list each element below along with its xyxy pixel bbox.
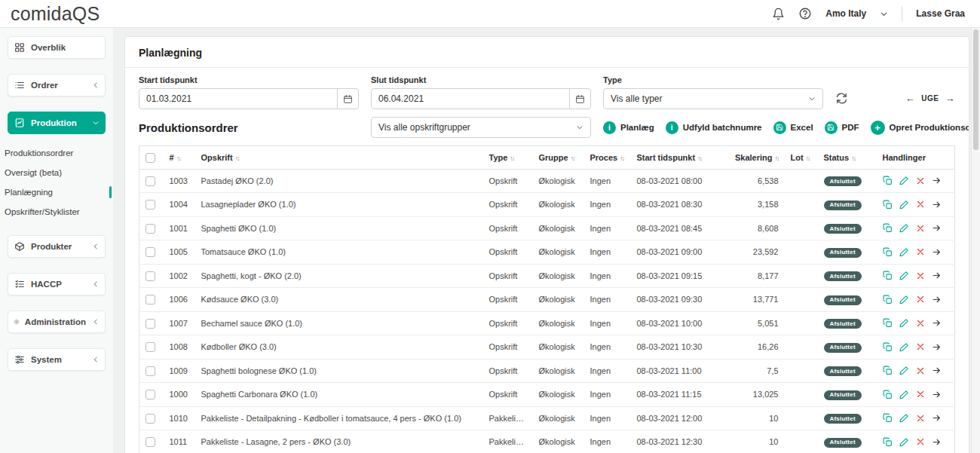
user-menu[interactable]: Lasse Graa [916,8,965,19]
open-arrow-icon[interactable] [932,318,942,328]
next-week-arrow-icon[interactable]: → [945,93,956,104]
help-icon[interactable] [798,7,812,20]
copy-icon[interactable] [883,247,893,257]
delete-x-icon[interactable] [916,295,925,304]
delete-x-icon[interactable] [916,176,925,185]
col-proces[interactable]: Proces [590,153,618,162]
sort-icon[interactable]: ↑↓ [697,155,701,162]
sort-icon[interactable]: ↑↓ [806,155,810,162]
sidebar-item-produkter[interactable]: Produkter [8,235,106,258]
excel-export-button[interactable]: Excel [773,121,813,134]
sort-icon[interactable]: ↑↓ [571,155,574,162]
col-skalering[interactable]: Skalering [735,153,773,162]
scrollbar-thumb[interactable] [973,29,978,150]
row-checkbox[interactable] [145,390,155,399]
planlaeg-button[interactable]: i Planlæg [603,121,654,134]
row-checkbox[interactable] [145,176,155,186]
open-arrow-icon[interactable] [932,366,942,375]
copy-icon[interactable] [883,200,893,210]
open-arrow-icon[interactable] [932,271,942,280]
notifications-bell-icon[interactable] [772,8,785,20]
delete-x-icon[interactable] [916,200,925,209]
delete-x-icon[interactable] [916,247,925,256]
sort-icon[interactable]: ↑↓ [176,155,180,162]
col-type[interactable]: Type [489,153,508,162]
delete-x-icon[interactable] [916,319,925,328]
copy-icon[interactable] [883,342,893,352]
sidebar-item-overblik[interactable]: Overblik [8,36,106,59]
select-all-checkbox[interactable] [145,153,155,163]
edit-pencil-icon[interactable] [899,176,909,185]
copy-icon[interactable] [883,223,893,233]
sort-icon[interactable]: ↑↓ [851,155,855,162]
row-checkbox[interactable] [145,271,155,281]
copy-icon[interactable] [883,295,893,305]
open-arrow-icon[interactable] [932,390,942,399]
copy-icon[interactable] [883,176,893,185]
row-checkbox[interactable] [145,200,155,210]
edit-pencil-icon[interactable] [899,200,909,210]
edit-pencil-icon[interactable] [899,342,909,352]
sidebar-item-opskrifter-styklister[interactable]: Opskrifter/Styklister [0,202,113,222]
edit-pencil-icon[interactable] [899,318,909,328]
type-select[interactable]: Vis alle typer [603,88,823,109]
sort-icon[interactable]: ↑↓ [510,155,513,162]
open-arrow-icon[interactable] [932,437,942,447]
delete-x-icon[interactable] [916,366,925,375]
row-checkbox[interactable] [145,366,155,376]
sidebar-item-administration[interactable]: Administration [8,311,106,333]
copy-icon[interactable] [883,437,893,447]
open-arrow-icon[interactable] [932,342,942,352]
recipe-group-select[interactable]: Vis alle opskriftgrupper [371,117,591,138]
row-checkbox[interactable] [145,437,155,447]
delete-x-icon[interactable] [916,390,925,399]
col-start-tidspunkt[interactable]: Start tidspunkt [637,153,696,162]
sidebar-item-haccp[interactable]: HACCP [8,273,106,295]
open-arrow-icon[interactable] [932,223,942,233]
sort-icon[interactable]: ↑↓ [775,155,779,162]
delete-x-icon[interactable] [916,271,925,280]
end-time-input[interactable] [372,93,569,104]
open-arrow-icon[interactable] [932,295,942,305]
row-checkbox[interactable] [145,342,155,352]
udfyld-batchnumre-button[interactable]: i Udfyld batchnumre [666,121,762,134]
edit-pencil-icon[interactable] [899,223,909,233]
refresh-icon[interactable] [835,92,848,105]
row-checkbox[interactable] [145,295,155,305]
sidebar-item-planlaegning[interactable]: Planlægning [0,182,113,202]
edit-pencil-icon[interactable] [899,295,909,305]
delete-x-icon[interactable] [916,437,925,446]
sort-icon[interactable]: ↑↓ [235,155,239,162]
app-logo[interactable]: comidaQS [11,3,100,25]
edit-pencil-icon[interactable] [899,390,909,399]
row-checkbox[interactable] [145,224,155,234]
sidebar-item-oversigt-beta[interactable]: Oversigt (beta) [0,163,113,182]
edit-pencil-icon[interactable] [899,366,909,375]
sidebar-item-produktionsordrer[interactable]: Produktionsordrer [0,143,113,163]
open-arrow-icon[interactable] [932,247,942,257]
sort-icon[interactable]: ↑↓ [620,155,623,162]
calendar-icon[interactable] [337,89,358,109]
vertical-scrollbar[interactable] [971,28,980,453]
copy-icon[interactable] [883,366,893,375]
row-checkbox[interactable] [145,319,155,329]
copy-icon[interactable] [883,390,893,399]
delete-x-icon[interactable] [916,224,925,233]
row-checkbox[interactable] [145,414,155,424]
open-arrow-icon[interactable] [932,176,942,185]
sidebar-item-system[interactable]: System [8,348,106,371]
sidebar-item-produktion[interactable]: Produktion [8,112,106,134]
col-status[interactable]: Status [824,153,850,162]
col-id[interactable]: # [170,153,174,162]
row-checkbox[interactable] [145,247,155,257]
company-selector[interactable]: Amo Italy [825,8,888,19]
delete-x-icon[interactable] [916,342,925,351]
col-opskrift[interactable]: Opskrift [201,153,233,162]
edit-pencil-icon[interactable] [899,413,909,423]
edit-pencil-icon[interactable] [899,271,909,280]
col-gruppe[interactable]: Gruppe [539,153,568,162]
pdf-export-button[interactable]: PDF [825,121,859,134]
edit-pencil-icon[interactable] [899,437,909,447]
copy-icon[interactable] [883,318,893,328]
delete-x-icon[interactable] [916,414,925,423]
